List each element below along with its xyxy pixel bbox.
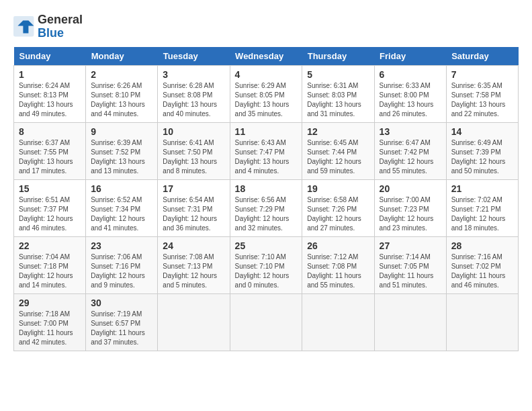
- header: General Blue: [13, 13, 519, 40]
- day-number: 14: [451, 126, 513, 137]
- day-number: 26: [307, 240, 369, 251]
- day-number: 11: [235, 126, 298, 137]
- day-detail: Sunrise: 6:35 AMSunset: 7:58 PMDaylight:…: [451, 81, 513, 119]
- day-number: 22: [19, 240, 81, 251]
- calendar-day-cell: 2Sunrise: 6:26 AMSunset: 8:10 PMDaylight…: [86, 65, 158, 122]
- empty-cell: [374, 293, 446, 351]
- day-detail: Sunrise: 7:06 AMSunset: 7:16 PMDaylight:…: [91, 253, 152, 290]
- day-number: 3: [163, 69, 224, 80]
- calendar-day-cell: 5Sunrise: 6:31 AMSunset: 8:03 PMDaylight…: [302, 65, 374, 122]
- calendar-day-cell: 1Sunrise: 6:24 AMSunset: 8:13 PMDaylight…: [14, 65, 86, 122]
- day-number: 12: [307, 126, 369, 137]
- day-number: 15: [19, 183, 81, 194]
- weekday-header-sunday: Sunday: [14, 47, 86, 66]
- calendar-day-cell: 4Sunrise: 6:29 AMSunset: 8:05 PMDaylight…: [230, 65, 302, 122]
- weekday-header-tuesday: Tuesday: [158, 47, 230, 66]
- calendar-week-row: 22Sunrise: 7:04 AMSunset: 7:18 PMDayligh…: [14, 236, 519, 293]
- day-number: 18: [235, 183, 298, 194]
- day-detail: Sunrise: 7:08 AMSunset: 7:13 PMDaylight:…: [163, 253, 224, 290]
- day-detail: Sunrise: 6:49 AMSunset: 7:39 PMDaylight:…: [451, 138, 513, 176]
- day-detail: Sunrise: 6:24 AMSunset: 8:13 PMDaylight:…: [19, 81, 81, 119]
- day-number: 28: [451, 240, 513, 251]
- calendar-day-cell: 29Sunrise: 7:18 AMSunset: 7:00 PMDayligh…: [14, 293, 86, 351]
- day-number: 8: [19, 126, 81, 137]
- day-number: 25: [235, 240, 298, 251]
- logo-text: General Blue: [38, 13, 83, 40]
- day-number: 9: [91, 126, 152, 137]
- day-number: 10: [163, 126, 224, 137]
- day-detail: Sunrise: 7:18 AMSunset: 7:00 PMDaylight:…: [19, 310, 81, 347]
- day-detail: Sunrise: 7:16 AMSunset: 7:02 PMDaylight:…: [451, 253, 513, 290]
- day-number: 7: [451, 69, 513, 80]
- calendar-day-cell: 6Sunrise: 6:33 AMSunset: 8:00 PMDaylight…: [374, 65, 446, 122]
- calendar-day-cell: 11Sunrise: 6:43 AMSunset: 7:47 PMDayligh…: [230, 122, 302, 179]
- day-detail: Sunrise: 6:33 AMSunset: 8:00 PMDaylight:…: [380, 81, 441, 119]
- calendar-week-row: 1Sunrise: 6:24 AMSunset: 8:13 PMDaylight…: [14, 65, 519, 122]
- day-number: 20: [380, 183, 441, 194]
- day-detail: Sunrise: 6:45 AMSunset: 7:44 PMDaylight:…: [307, 138, 369, 176]
- calendar-day-cell: 23Sunrise: 7:06 AMSunset: 7:16 PMDayligh…: [86, 236, 158, 293]
- day-detail: Sunrise: 6:41 AMSunset: 7:50 PMDaylight:…: [163, 138, 224, 176]
- day-detail: Sunrise: 6:54 AMSunset: 7:31 PMDaylight:…: [163, 195, 224, 233]
- day-number: 16: [91, 183, 152, 194]
- day-number: 1: [19, 69, 81, 80]
- calendar-table: SundayMondayTuesdayWednesdayThursdayFrid…: [13, 47, 519, 351]
- day-detail: Sunrise: 6:28 AMSunset: 8:08 PMDaylight:…: [163, 81, 224, 119]
- calendar-day-cell: 9Sunrise: 6:39 AMSunset: 7:52 PMDaylight…: [86, 122, 158, 179]
- day-number: 27: [380, 240, 441, 251]
- calendar-day-cell: 19Sunrise: 6:58 AMSunset: 7:26 PMDayligh…: [302, 179, 374, 236]
- calendar-day-cell: 22Sunrise: 7:04 AMSunset: 7:18 PMDayligh…: [14, 236, 86, 293]
- calendar-day-cell: 20Sunrise: 7:00 AMSunset: 7:23 PMDayligh…: [374, 179, 446, 236]
- day-number: 24: [163, 240, 224, 251]
- calendar-day-cell: 8Sunrise: 6:37 AMSunset: 7:55 PMDaylight…: [14, 122, 86, 179]
- general-blue-logo-icon: [13, 16, 35, 38]
- calendar-day-cell: 30Sunrise: 7:19 AMSunset: 6:57 PMDayligh…: [86, 293, 158, 351]
- calendar-day-cell: 12Sunrise: 6:45 AMSunset: 7:44 PMDayligh…: [302, 122, 374, 179]
- weekday-header-friday: Friday: [374, 47, 446, 66]
- day-detail: Sunrise: 7:10 AMSunset: 7:10 PMDaylight:…: [235, 253, 298, 290]
- weekday-header-thursday: Thursday: [302, 47, 374, 66]
- day-number: 23: [91, 240, 152, 251]
- empty-cell: [230, 293, 302, 351]
- calendar-day-cell: 18Sunrise: 6:56 AMSunset: 7:29 PMDayligh…: [230, 179, 302, 236]
- weekday-header-monday: Monday: [86, 47, 158, 66]
- day-number: 4: [235, 69, 298, 80]
- calendar-day-cell: 15Sunrise: 6:51 AMSunset: 7:37 PMDayligh…: [14, 179, 86, 236]
- calendar-day-cell: 7Sunrise: 6:35 AMSunset: 7:58 PMDaylight…: [446, 65, 518, 122]
- day-number: 2: [91, 69, 152, 80]
- day-detail: Sunrise: 6:52 AMSunset: 7:34 PMDaylight:…: [91, 195, 152, 233]
- day-number: 17: [163, 183, 224, 194]
- day-detail: Sunrise: 7:02 AMSunset: 7:21 PMDaylight:…: [451, 195, 513, 233]
- day-detail: Sunrise: 6:37 AMSunset: 7:55 PMDaylight:…: [19, 138, 81, 176]
- day-detail: Sunrise: 6:47 AMSunset: 7:42 PMDaylight:…: [380, 138, 441, 176]
- calendar-day-cell: 28Sunrise: 7:16 AMSunset: 7:02 PMDayligh…: [446, 236, 518, 293]
- day-detail: Sunrise: 7:14 AMSunset: 7:05 PMDaylight:…: [380, 253, 441, 290]
- day-detail: Sunrise: 6:43 AMSunset: 7:47 PMDaylight:…: [235, 138, 298, 176]
- calendar-day-cell: 25Sunrise: 7:10 AMSunset: 7:10 PMDayligh…: [230, 236, 302, 293]
- calendar-day-cell: 10Sunrise: 6:41 AMSunset: 7:50 PMDayligh…: [158, 122, 230, 179]
- calendar-day-cell: 17Sunrise: 6:54 AMSunset: 7:31 PMDayligh…: [158, 179, 230, 236]
- empty-cell: [302, 293, 374, 351]
- weekday-header-saturday: Saturday: [446, 47, 518, 66]
- calendar-week-row: 15Sunrise: 6:51 AMSunset: 7:37 PMDayligh…: [14, 179, 519, 236]
- day-number: 5: [307, 69, 369, 80]
- day-detail: Sunrise: 6:58 AMSunset: 7:26 PMDaylight:…: [307, 195, 369, 233]
- calendar-day-cell: 14Sunrise: 6:49 AMSunset: 7:39 PMDayligh…: [446, 122, 518, 179]
- empty-cell: [158, 293, 230, 351]
- day-number: 30: [91, 298, 152, 308]
- day-detail: Sunrise: 6:56 AMSunset: 7:29 PMDaylight:…: [235, 195, 298, 233]
- day-detail: Sunrise: 6:39 AMSunset: 7:52 PMDaylight:…: [91, 138, 152, 176]
- calendar-day-cell: 13Sunrise: 6:47 AMSunset: 7:42 PMDayligh…: [374, 122, 446, 179]
- day-number: 6: [380, 69, 441, 80]
- calendar-day-cell: 27Sunrise: 7:14 AMSunset: 7:05 PMDayligh…: [374, 236, 446, 293]
- weekday-header-row: SundayMondayTuesdayWednesdayThursdayFrid…: [14, 47, 519, 66]
- calendar-week-row: 29Sunrise: 7:18 AMSunset: 7:00 PMDayligh…: [14, 293, 519, 351]
- day-number: 21: [451, 183, 513, 194]
- weekday-header-wednesday: Wednesday: [230, 47, 302, 66]
- day-detail: Sunrise: 7:19 AMSunset: 6:57 PMDaylight:…: [91, 310, 152, 347]
- day-detail: Sunrise: 6:26 AMSunset: 8:10 PMDaylight:…: [91, 81, 152, 119]
- day-detail: Sunrise: 6:31 AMSunset: 8:03 PMDaylight:…: [307, 81, 369, 119]
- logo: General Blue: [13, 13, 83, 40]
- calendar-day-cell: 21Sunrise: 7:02 AMSunset: 7:21 PMDayligh…: [446, 179, 518, 236]
- day-detail: Sunrise: 7:04 AMSunset: 7:18 PMDaylight:…: [19, 253, 81, 290]
